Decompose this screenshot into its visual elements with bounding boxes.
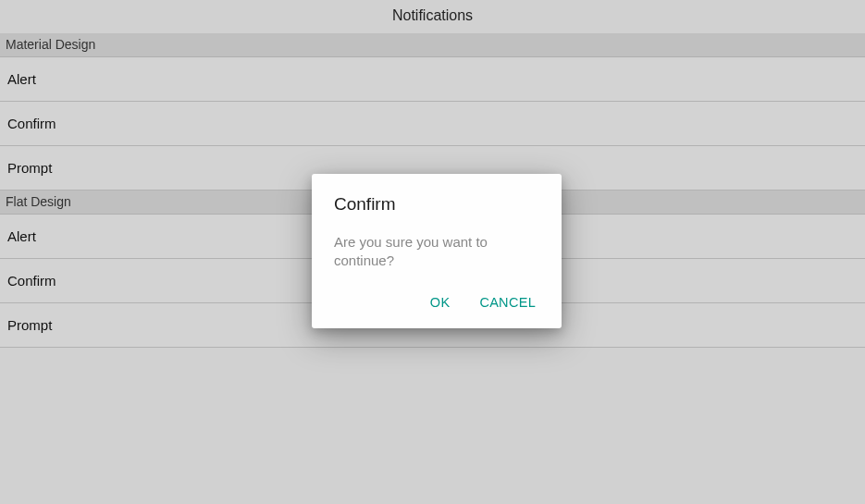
dialog-message: Are you sure you want to continue? <box>334 233 500 271</box>
dialog-title: Confirm <box>334 194 539 215</box>
confirm-dialog: Confirm Are you sure you want to continu… <box>312 174 562 328</box>
ok-button[interactable]: OK <box>430 295 451 310</box>
dialog-actions: OK CANCEL <box>334 295 539 315</box>
cancel-button[interactable]: CANCEL <box>479 295 536 310</box>
